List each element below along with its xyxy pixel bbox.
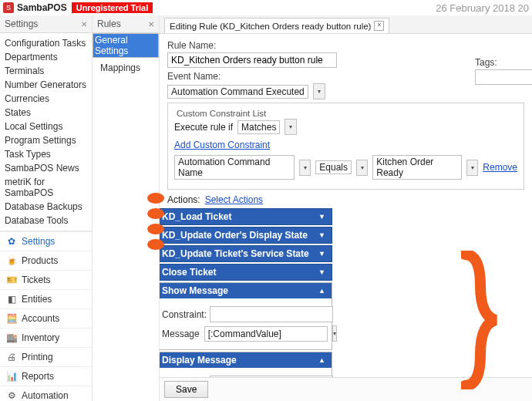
- action-title: KD_Update Ticket's Service State: [162, 248, 309, 259]
- nav-item-products[interactable]: 🍺Products: [0, 251, 92, 270]
- chevron-up-icon[interactable]: ▲: [318, 356, 325, 364]
- close-icon[interactable]: ×: [374, 21, 384, 31]
- action-header[interactable]: Close Ticket▼: [160, 264, 332, 281]
- nav-label: Accounts: [22, 313, 59, 324]
- chevron-down-icon[interactable]: ▾: [356, 160, 368, 176]
- annotation-dot: [147, 208, 164, 219]
- close-icon[interactable]: ✕: [81, 20, 87, 29]
- message-label: Message: [162, 329, 200, 339]
- action-panel: Show Message▲Constraint:Message[:Command…: [160, 282, 332, 350]
- execute-rule-select[interactable]: Matches: [237, 120, 280, 134]
- event-name-select[interactable]: Automation Command Executed: [167, 85, 308, 99]
- chevron-down-icon[interactable]: ▾: [466, 160, 478, 176]
- chevron-down-icon[interactable]: ▼: [318, 231, 325, 239]
- tree-item[interactable]: States: [0, 106, 92, 120]
- nav-item-tickets[interactable]: 🎫Tickets: [0, 270, 92, 289]
- nav-label: Settings: [22, 236, 55, 247]
- section-mappings[interactable]: Mappings: [93, 58, 159, 78]
- action-header[interactable]: Display Message▲: [160, 352, 332, 368]
- nav-item-inventory[interactable]: 🏬Inventory: [0, 328, 92, 347]
- inventory-icon: 🏬: [6, 332, 17, 343]
- action-title: Close Ticket: [162, 267, 216, 278]
- rules-panel-label: Rules: [97, 19, 121, 29]
- constraint-input[interactable]: [210, 376, 333, 377]
- annotation-dot: [147, 193, 164, 204]
- nav-label: Printing: [22, 352, 53, 362]
- tree-item[interactable]: Terminals: [0, 64, 92, 78]
- nav-item-accounts[interactable]: 🧮Accounts: [0, 308, 92, 328]
- constraint-input[interactable]: [210, 306, 333, 322]
- chevron-down-icon[interactable]: ▾: [285, 119, 297, 135]
- action-title: KD_Update Order's Display State: [162, 230, 308, 241]
- tree-item[interactable]: SambaPOS News: [0, 161, 92, 175]
- remove-constraint-link[interactable]: Remove: [483, 162, 517, 173]
- save-button[interactable]: Save: [164, 381, 208, 398]
- nav-item-reports[interactable]: 📊Reports: [0, 366, 92, 386]
- close-icon[interactable]: ✕: [148, 20, 154, 29]
- action-panel: Display Message▲Constraint:Message[:Auto…: [160, 352, 332, 377]
- action-header[interactable]: Show Message▲: [160, 283, 332, 298]
- tree-item[interactable]: Task Types: [0, 147, 92, 161]
- action-header[interactable]: KD_Update Order's Display State▼: [160, 227, 332, 244]
- action-title: Display Message: [162, 355, 237, 366]
- chevron-down-icon[interactable]: ▾: [299, 160, 311, 176]
- printing-icon: 🖨: [6, 352, 17, 362]
- tree-item[interactable]: Currencies: [0, 92, 92, 106]
- annotation-brace: [461, 251, 500, 389]
- app-name: SambaPOS: [17, 2, 67, 13]
- rule-name-label: Rule Name:: [167, 40, 524, 51]
- tags-label: Tags:: [475, 57, 532, 68]
- tree-item[interactable]: Program Settings: [0, 133, 92, 147]
- automation-icon: ⚙: [6, 390, 17, 401]
- action-header[interactable]: KD_Load Ticket▼: [160, 208, 332, 225]
- constraint-value-select[interactable]: Kitchen Order Ready: [372, 155, 462, 180]
- chevron-up-icon[interactable]: ▲: [318, 287, 325, 295]
- action-header[interactable]: KD_Update Ticket's Service State▼: [160, 245, 332, 262]
- editor-tab[interactable]: Editing Rule (KD_Kitchen Orders ready bu…: [164, 18, 389, 33]
- nav-label: Inventory: [22, 332, 59, 343]
- tags-input[interactable]: [475, 69, 532, 85]
- chevron-down-icon[interactable]: ▼: [318, 213, 325, 221]
- annotation-dot: [147, 224, 164, 234]
- nav-label: Entities: [22, 294, 52, 305]
- chevron-down-icon[interactable]: ▼: [318, 250, 325, 258]
- action-title: KD_Load Ticket: [162, 211, 231, 222]
- chevron-down-icon[interactable]: ▼: [318, 268, 325, 276]
- nav-item-printing[interactable]: 🖨Printing: [0, 347, 92, 366]
- nav-item-entities[interactable]: ◧Entities: [0, 289, 92, 308]
- tree-item[interactable]: Configuration Tasks: [0, 36, 92, 50]
- rule-name-input[interactable]: [167, 52, 337, 68]
- message-input[interactable]: [:CommandValue]: [204, 326, 328, 342]
- add-constraint-link[interactable]: Add Custom Constraint: [174, 140, 270, 150]
- action-title: Show Message: [162, 285, 228, 296]
- constraint-list-title: Custom Constraint List: [174, 109, 268, 118]
- actions-label: Actions:: [167, 194, 200, 205]
- nav-item-automation[interactable]: ⚙Automation: [0, 386, 92, 401]
- rules-panel-tab[interactable]: Rules ✕: [93, 15, 159, 33]
- app-logo: S: [3, 2, 14, 13]
- tree-item[interactable]: Database Tools: [0, 214, 92, 227]
- nav-label: Reports: [22, 371, 54, 382]
- constraint-field-select[interactable]: Automation Command Name: [174, 155, 295, 180]
- tree-item[interactable]: Number Generators: [0, 78, 92, 92]
- entities-icon: ◧: [6, 294, 17, 305]
- header-date: 26 February 2018 20: [436, 2, 529, 14]
- products-icon: 🍺: [6, 255, 17, 266]
- tree-item[interactable]: metriK for SambaPOS: [0, 175, 92, 200]
- tree-item[interactable]: Database Backups: [0, 200, 92, 214]
- constraint-label: Constraint:: [162, 309, 205, 320]
- reports-icon: 📊: [6, 371, 17, 382]
- editor-tab-label: Editing Rule (KD_Kitchen Orders ready bu…: [170, 22, 371, 31]
- select-actions-link[interactable]: Select Actions: [205, 194, 263, 205]
- constraint-op-select[interactable]: Equals: [315, 160, 352, 174]
- settings-icon: ✿: [6, 236, 17, 247]
- settings-panel-label: Settings: [5, 19, 38, 29]
- chevron-down-icon[interactable]: ▾: [332, 325, 337, 342]
- section-general-settings[interactable]: General Settings: [93, 33, 159, 58]
- nav-item-settings[interactable]: ✿Settings: [0, 231, 92, 251]
- execute-rule-label: Execute rule if: [174, 122, 233, 133]
- tree-item[interactable]: Local Settings: [0, 120, 92, 133]
- settings-panel-tab[interactable]: Settings ✕: [0, 15, 92, 33]
- chevron-down-icon[interactable]: ▾: [313, 83, 325, 99]
- tree-item[interactable]: Departments: [0, 50, 92, 64]
